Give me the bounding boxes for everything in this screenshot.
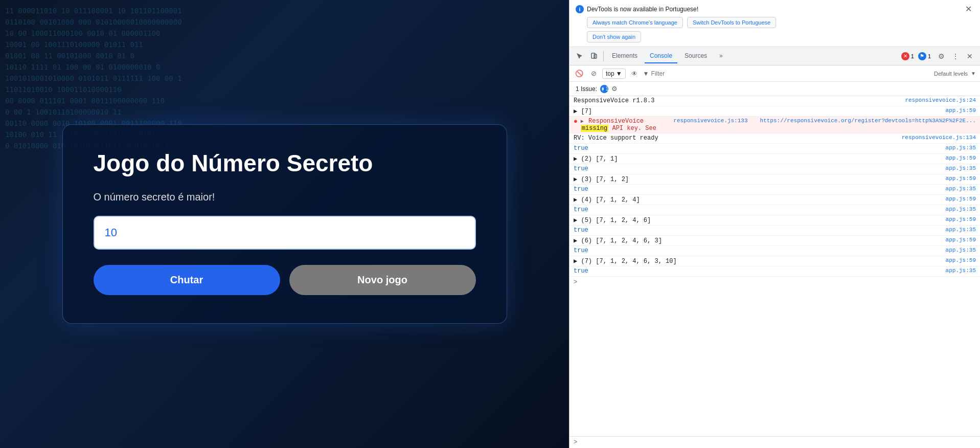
console-prompt: > — [569, 436, 980, 448]
dont-show-button[interactable]: Don't show again — [587, 31, 641, 42]
issue-badge: 1 — [600, 85, 608, 93]
log-link[interactable]: app.js:59 — [946, 155, 976, 161]
tab-console[interactable]: Console — [645, 49, 677, 63]
log-main: RV: Voice support ready responsivevoice.… — [574, 135, 976, 142]
log-entry: true app.js:35 — [569, 205, 980, 215]
tab-more[interactable]: » — [714, 49, 728, 63]
devtools-notification: i DevTools is now available in Portugues… — [569, 0, 980, 47]
log-link[interactable]: app.js:35 — [946, 267, 976, 274]
log-entry: ResponsiveVoice r1.8.3 responsivevoice.j… — [569, 96, 980, 106]
log-main: ▶ [7] app.js:59 — [574, 107, 976, 115]
log-entry: true app.js:35 — [569, 185, 980, 195]
warn-count-text: 1 — [928, 53, 931, 59]
log-link[interactable]: app.js:35 — [946, 247, 976, 253]
log-link[interactable]: app.js:59 — [946, 216, 976, 222]
log-link[interactable]: app.js:59 — [946, 257, 976, 263]
eye-icon[interactable]: 👁 — [629, 68, 640, 79]
log-link[interactable]: app.js:59 — [946, 237, 976, 243]
tab-elements[interactable]: Elements — [607, 49, 643, 63]
settings-icon[interactable]: ⚙ — [935, 50, 947, 62]
log-link[interactable]: app.js:35 — [946, 206, 976, 212]
notification-buttons: Always match Chrome's language Switch De… — [587, 17, 974, 28]
devtools-toolbar: Elements Console Sources » ✕ 1 ⚑ 1 ⚙ ⋮ ✕ — [569, 47, 980, 65]
close-devtools-icon[interactable]: ✕ — [964, 50, 976, 62]
log-link[interactable]: app.js:35 — [946, 186, 976, 192]
log-link[interactable]: app.js:35 — [946, 145, 976, 151]
tab-sources[interactable]: Sources — [679, 49, 712, 63]
notification-title-row: i DevTools is now available in Portugues… — [576, 4, 974, 14]
info-icon: i — [576, 5, 584, 13]
log-main: true app.js:35 — [574, 165, 976, 172]
log-link[interactable]: app.js:59 — [946, 175, 976, 182]
log-link[interactable]: responsivevoice.js:24 — [905, 97, 976, 103]
filter-input[interactable] — [651, 70, 931, 77]
buttons-row: Chutar Novo jogo — [94, 265, 476, 295]
warn-badge: ⚑ 1 — [918, 52, 931, 60]
log-main: ▶ (6) [7, 1, 2, 4, 6, 3] app.js:59 — [574, 237, 976, 244]
default-levels-selector[interactable]: Default levels — [934, 71, 968, 77]
log-main: true app.js:35 — [574, 206, 976, 213]
device-icon[interactable] — [588, 50, 600, 62]
number-input[interactable] — [94, 216, 476, 250]
log-link[interactable]: app.js:35 — [946, 165, 976, 171]
filter-input-wrapper: ▼ — [643, 70, 931, 77]
log-link[interactable]: app.js:59 — [946, 107, 976, 114]
error-text: ▶ ResponsiveVoice missing API key. See — [581, 118, 671, 132]
log-main: ● ▶ ResponsiveVoice missing API key. See… — [574, 118, 748, 132]
game-panel: 11 000011010 10 011100001 10 10110110000… — [0, 0, 569, 448]
new-game-button[interactable]: Novo jogo — [289, 265, 476, 295]
log-entry: ▶ (4) [7, 1, 2, 4] app.js:59 — [569, 195, 980, 205]
log-entry: true app.js:35 — [569, 226, 980, 236]
log-entry: true app.js:35 — [569, 164, 980, 174]
error-url[interactable]: https://responsivevoice.org/register?dev… — [748, 118, 976, 124]
log-main: true app.js:35 — [574, 186, 976, 193]
block-requests-button[interactable]: ⊘ — [588, 68, 599, 79]
log-link[interactable]: app.js:59 — [946, 196, 976, 202]
log-entry: ▶ (3) [7, 1, 2] app.js:59 — [569, 174, 980, 185]
log-entry: true app.js:35 — [569, 144, 980, 154]
notification-title: DevTools is now available in Portuguese! — [587, 6, 960, 13]
log-link[interactable]: responsivevoice.js:134 — [902, 135, 976, 141]
issues-bar: 1 Issue: 1 ⚙ — [569, 82, 980, 96]
log-entry: ● ▶ ResponsiveVoice missing API key. See… — [569, 117, 980, 133]
issue-count: 1 — [605, 86, 608, 92]
issues-settings-icon[interactable]: ⚙ — [611, 85, 618, 93]
levels-dropdown-icon[interactable]: ▼ — [971, 71, 976, 76]
log-entry: ▶ (7) [7, 1, 2, 4, 6, 3, 10] app.js:59 — [569, 256, 980, 266]
log-main: true app.js:35 — [574, 227, 976, 234]
log-main: true app.js:35 — [574, 247, 976, 254]
context-value: top — [606, 70, 614, 77]
clear-console-button[interactable]: 🚫 — [574, 68, 585, 79]
game-title: Jogo do Número Secreto — [94, 150, 476, 176]
context-dropdown-icon: ▼ — [616, 70, 622, 77]
log-entry: true app.js:35 — [569, 246, 980, 256]
log-main: ▶ (4) [7, 1, 2, 4] app.js:59 — [574, 196, 976, 204]
dont-show-row: Don't show again — [587, 31, 974, 42]
svg-rect-3 — [602, 88, 604, 89]
error-count: ✕ — [901, 52, 909, 60]
console-filter-bar: 🚫 ⊘ top ▼ 👁 ▼ Default levels ▼ — [569, 65, 980, 82]
console-gt-icon: > — [574, 279, 577, 286]
more-options-icon[interactable]: ⋮ — [949, 50, 962, 62]
notification-close-button[interactable]: ✕ — [963, 4, 974, 14]
context-selector[interactable]: top ▼ — [602, 69, 626, 79]
svg-point-4 — [602, 90, 603, 91]
error-count-text: 1 — [911, 53, 914, 59]
inspect-icon[interactable] — [574, 50, 586, 62]
log-main: ▶ (2) [7, 1] app.js:59 — [574, 155, 976, 163]
devtools-panel: i DevTools is now available in Portugues… — [569, 0, 980, 448]
match-language-button[interactable]: Always match Chrome's language — [587, 17, 683, 28]
error-badge: ✕ 1 — [901, 52, 914, 60]
log-link[interactable]: app.js:35 — [946, 227, 976, 233]
switch-devtools-button[interactable]: Switch DevTools to Portuguese — [687, 17, 776, 28]
log-main: ▶ (7) [7, 1, 2, 4, 6, 3, 10] app.js:59 — [574, 257, 976, 265]
game-card: Jogo do Número Secreto O número secreto … — [62, 124, 507, 324]
guess-button[interactable]: Chutar — [94, 265, 280, 295]
console-log-area[interactable]: ResponsiveVoice r1.8.3 responsivevoice.j… — [569, 96, 980, 436]
filter-funnel-icon: ▼ — [643, 70, 649, 77]
toolbar-divider-1 — [603, 51, 604, 61]
log-link[interactable]: responsivevoice.js:133 — [673, 118, 747, 124]
expand-arrow[interactable]: ● — [574, 118, 578, 125]
issues-label: 1 Issue: — [576, 85, 597, 93]
log-entry: ▶ (2) [7, 1] app.js:59 — [569, 154, 980, 164]
